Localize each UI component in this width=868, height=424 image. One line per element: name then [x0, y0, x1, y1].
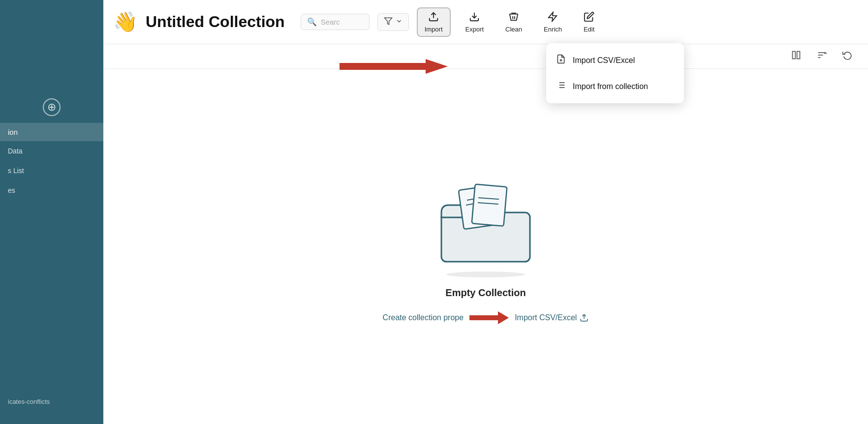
svg-marker-20 — [340, 59, 448, 74]
import-csv-bottom-link[interactable]: Import CSV/Excel — [515, 313, 589, 322]
enrich-icon — [547, 11, 558, 24]
sidebar-item-conflicts[interactable]: icates-conflicts — [0, 394, 103, 409]
columns-button[interactable] — [787, 48, 805, 64]
secondary-toolbar — [103, 44, 868, 69]
edit-button[interactable]: Edit — [577, 8, 601, 36]
export-button[interactable]: Export — [459, 8, 491, 36]
enrich-button[interactable]: Enrich — [537, 8, 569, 36]
main-content: 👋 Untitled Collection 🔍 Searc — [103, 0, 868, 424]
columns-icon — [791, 50, 801, 60]
import-csv-menu-item[interactable]: Import CSV/Excel — [546, 47, 684, 73]
file-plus-icon — [556, 54, 566, 66]
import-dropdown-menu: Import CSV/Excel Import from collection — [546, 43, 684, 103]
import-label: Import — [425, 26, 443, 33]
import-csv-bottom-label: Import CSV/Excel — [515, 313, 577, 322]
content-area: Empty Collection Create collection prope… — [103, 69, 868, 424]
empty-folder-illustration — [432, 168, 540, 267]
sidebar-item-extras[interactable]: es — [0, 181, 103, 200]
svg-rect-15 — [472, 184, 507, 226]
import-collection-menu-item[interactable]: Import from collection — [546, 73, 684, 99]
svg-rect-7 — [797, 52, 800, 59]
search-icon: 🔍 — [307, 17, 317, 27]
sidebar: ⊕ ion Data s List es icates-conflicts — [0, 0, 103, 424]
svg-marker-5 — [549, 12, 557, 21]
collection-title: Untitled Collection — [146, 13, 285, 31]
svg-rect-6 — [793, 52, 796, 59]
clean-button[interactable]: Clean — [498, 8, 529, 36]
filter-icon — [384, 17, 393, 28]
red-arrow-svg — [340, 58, 448, 75]
export-icon — [469, 11, 480, 24]
empty-actions-row: Create collection prope Import CSV/Excel — [383, 310, 589, 325]
search-box[interactable]: 🔍 Searc — [301, 14, 370, 30]
plus-icon: ⊕ — [47, 101, 56, 114]
enrich-label: Enrich — [544, 26, 562, 33]
import-icon — [428, 11, 439, 24]
import-button[interactable]: Import — [417, 7, 451, 37]
sidebar-item-collection[interactable]: ion — [0, 123, 103, 141]
upload-icon — [580, 313, 589, 322]
svg-marker-0 — [384, 18, 392, 25]
red-arrow-to-dropdown — [340, 58, 448, 75]
chevron-down-icon — [396, 18, 403, 27]
export-label: Export — [465, 26, 484, 33]
import-csv-menu-label: Import CSV/Excel — [573, 56, 635, 65]
sort-icon — [817, 50, 827, 60]
add-collection-button[interactable]: ⊕ — [43, 98, 61, 116]
empty-collection-title: Empty Collection — [445, 287, 526, 299]
sort-button[interactable] — [813, 48, 831, 64]
sidebar-item-list[interactable]: s List — [0, 161, 103, 181]
sidebar-item-data[interactable]: Data — [0, 141, 103, 161]
edit-label: Edit — [584, 26, 594, 33]
create-properties-link[interactable]: Create collection prope — [383, 313, 464, 322]
search-placeholder-text: Searc — [321, 18, 340, 26]
import-collection-menu-label: Import from collection — [573, 82, 648, 91]
clean-label: Clean — [505, 26, 522, 33]
folder-shadow — [446, 272, 525, 277]
history-icon — [842, 50, 852, 60]
clean-icon — [508, 11, 519, 24]
svg-marker-18 — [469, 311, 509, 324]
history-button[interactable] — [838, 48, 856, 64]
red-arrow-icon — [469, 310, 509, 325]
filter-button[interactable] — [377, 13, 409, 31]
edit-icon — [584, 11, 594, 24]
wave-emoji: 👋 — [113, 10, 138, 33]
list-icon — [556, 80, 566, 92]
header-bar: 👋 Untitled Collection 🔍 Searc — [103, 0, 868, 44]
